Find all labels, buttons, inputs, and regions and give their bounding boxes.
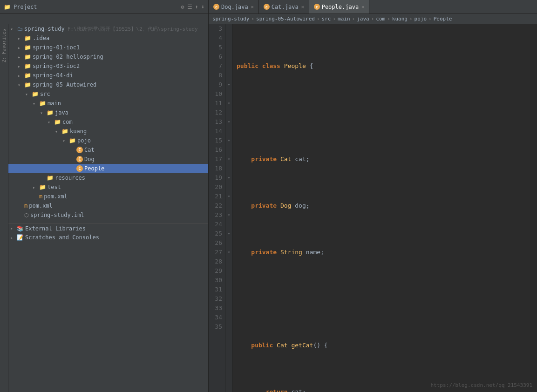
java-icon: 📁	[47, 109, 54, 116]
com-icon: 📁	[54, 119, 61, 125]
tab-dog-java[interactable]: c Dog.java ✕	[209, 0, 259, 14]
tab-people-java[interactable]: c People.java ✕	[309, 0, 370, 14]
tree-item-spring-03[interactable]: ▸ 📁 spring-03-ioc2	[8, 61, 208, 71]
settings-icon[interactable]: ☰	[187, 4, 192, 10]
fold-19[interactable]: ▾	[227, 173, 230, 182]
breadcrumb-kuang[interactable]: kuang	[392, 16, 408, 22]
tree-item-spring-02[interactable]: ▸ 📁 spring-02-hellospring	[8, 52, 208, 61]
pojo-arrow: ▾	[62, 138, 69, 143]
test-icon: 📁	[39, 184, 46, 190]
gear-icon[interactable]: ⚙	[181, 4, 184, 10]
breadcrumb-com[interactable]: com	[376, 16, 385, 22]
expand-icon[interactable]: ⬆	[195, 4, 198, 10]
idea-folder-icon: 📁	[24, 35, 31, 41]
line-numbers: 3 4 5 6 7 8 9 10 11 12 13 14 15 16 17 18…	[209, 24, 225, 392]
fold-21[interactable]: ▾	[227, 192, 230, 201]
code-editor: 3 4 5 6 7 8 9 10 11 12 13 14 15 16 17 18…	[209, 24, 537, 392]
code-line-4	[237, 108, 533, 117]
tree-item-test[interactable]: ▸ 📁 test	[8, 182, 208, 192]
java-arrow: ▾	[40, 110, 47, 115]
pom-module-icon: m	[39, 193, 42, 200]
dog-label: Dog	[84, 156, 95, 162]
breadcrumb-spring-study[interactable]: spring-study	[212, 16, 249, 22]
dog-tab-close[interactable]: ✕	[251, 4, 254, 9]
s05-label: spring-05-Autowired	[33, 81, 96, 88]
fold-27[interactable]: ▾	[227, 248, 230, 257]
tree-item-people[interactable]: C People	[8, 164, 208, 173]
tree-item-iml[interactable]: ⬡ spring-study.iml	[8, 210, 208, 220]
tree-item-dog[interactable]: C Dog	[8, 155, 208, 164]
iml-icon: ⬡	[24, 212, 29, 218]
code-line-7: private String name;	[237, 248, 533, 257]
breadcrumb-spring-05[interactable]: spring-05-Autowired	[256, 16, 315, 22]
root-label: spring-study	[24, 26, 65, 32]
s04-label: spring-04-di	[33, 72, 73, 79]
fold-9[interactable]: ▾	[227, 80, 230, 89]
dog-class-badge: C	[76, 156, 83, 162]
code-lines: public class People { private Cat cat; p…	[233, 24, 537, 392]
people-class-badge: C	[76, 165, 83, 172]
code-line-3: public class People {	[237, 61, 533, 71]
tree-item-pom-module[interactable]: m pom.xml	[8, 192, 208, 201]
ext-libs-label: External Libraries	[25, 225, 86, 232]
tree-item-main[interactable]: ▾ 📁 main	[8, 99, 208, 108]
breadcrumb-java[interactable]: java	[357, 16, 369, 22]
tree-item-external-libs[interactable]: ▸ 📚 External Libraries	[8, 223, 208, 233]
tree-item-spring-study-root[interactable]: ▾ 🗂 spring-study F:\班级管理\西开【19525】\2、代码\…	[8, 24, 208, 34]
idea-label: .idea	[33, 35, 49, 41]
tree-item-pojo[interactable]: ▾ 📁 pojo	[8, 136, 208, 145]
java-label: java	[55, 109, 68, 116]
tree-item-spring-01[interactable]: ▸ 📁 spring-01-ioc1	[8, 43, 208, 52]
breadcrumb-pojo[interactable]: pojo	[415, 16, 427, 22]
s01-label: spring-01-ioc1	[33, 44, 80, 51]
tree-item-kuang[interactable]: ▾ 📁 kuang	[8, 127, 208, 136]
favorites-tab[interactable]: 2: Favorites	[0, 24, 8, 67]
tree-item-cat[interactable]: C Cat	[8, 145, 208, 155]
dog-tab-label: Dog.java	[221, 4, 248, 10]
scratches-arrow: ▸	[10, 235, 17, 240]
cat-tab-close[interactable]: ✕	[301, 4, 304, 9]
tree-item-spring-04[interactable]: ▸ 📁 spring-04-di	[8, 71, 208, 80]
fold-25[interactable]: ▾	[227, 229, 230, 238]
main-icon: 📁	[39, 100, 46, 107]
fold-17[interactable]: ▾	[227, 155, 230, 164]
ext-libs-icon: 📚	[17, 225, 24, 232]
fold-13[interactable]: ▾	[227, 117, 230, 127]
people-tab-close[interactable]: ✕	[361, 4, 364, 9]
main-arrow: ▾	[33, 101, 39, 106]
fold-gutter: ▾ ▾ ▾ ▾ ▾ ▾ ▾ ▾ ▾ ▾	[225, 24, 233, 392]
tree-item-idea[interactable]: ▸ 📁 .idea	[8, 34, 208, 43]
breadcrumb-main[interactable]: main	[338, 16, 350, 22]
cat-class-badge: C	[76, 147, 83, 153]
tree-item-java[interactable]: ▾ 📁 java	[8, 108, 208, 117]
tab-cat-java[interactable]: c Cat.java ✕	[259, 0, 309, 14]
tree-item-resources[interactable]: 📁 resources	[8, 173, 208, 182]
collapse-icon[interactable]: ⬇	[201, 4, 204, 10]
dog-tab-class-icon: c	[213, 4, 219, 10]
s03-icon: 📁	[24, 63, 31, 69]
tree-item-com[interactable]: ▾ 📁 com	[8, 117, 208, 127]
fold-11[interactable]: ▾	[227, 99, 230, 108]
resources-label: resources	[55, 175, 85, 181]
tree-item-src[interactable]: ▾ 📁 src	[8, 89, 208, 99]
people-tab-label: People.java	[322, 4, 359, 10]
src-icon: 📁	[32, 91, 39, 97]
cat-tab-label: Cat.java	[272, 4, 299, 10]
root-path: F:\班级管理\西开【19525】\2、代码\spring-study	[68, 26, 198, 33]
tree-item-scratches[interactable]: ▸ 📝 Scratches and Consoles	[8, 233, 208, 242]
breadcrumb-src[interactable]: src	[322, 16, 331, 22]
code-line-6: private Dog dog;	[237, 201, 533, 210]
fold-15[interactable]: ▾	[227, 136, 230, 145]
s03-arrow: ▸	[18, 64, 24, 69]
code-line-5: private Cat cat;	[237, 155, 533, 164]
src-arrow: ▾	[25, 92, 32, 97]
project-tab-label[interactable]: Project	[14, 4, 37, 10]
fold-23[interactable]: ▾	[227, 210, 230, 220]
kuang-label: kuang	[70, 128, 87, 135]
resources-icon: 📁	[47, 175, 54, 181]
tree-item-spring-05[interactable]: ▾ 📁 spring-05-Autowired	[8, 80, 208, 89]
tree-item-pom-root[interactable]: m pom.xml	[8, 201, 208, 210]
s04-arrow: ▸	[18, 73, 24, 78]
breadcrumb-people[interactable]: People	[434, 16, 452, 22]
s02-label: spring-02-hellospring	[33, 54, 103, 60]
